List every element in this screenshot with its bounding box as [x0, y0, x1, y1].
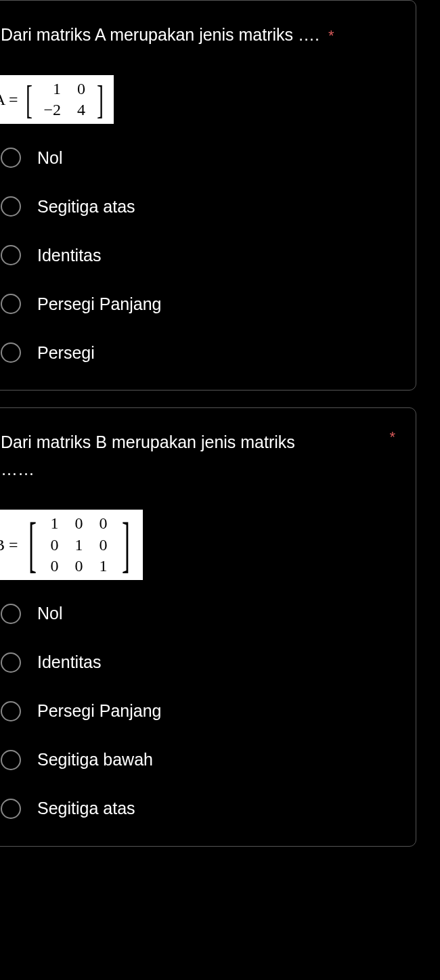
- matrix-cell: 0: [69, 79, 93, 99]
- matrix-cell: 0: [91, 535, 116, 556]
- matrix-b-body: 1 0 0 0 1 0 0 0 1: [43, 513, 116, 577]
- radio-icon: [1, 245, 21, 265]
- option-label: Nol: [37, 604, 63, 623]
- question-header: Dari matriks A merupakan jenis matriks ……: [1, 21, 402, 48]
- matrix-cell: 4: [69, 99, 93, 120]
- required-marker: *: [389, 428, 402, 446]
- option-identitas[interactable]: Identitas: [1, 245, 402, 265]
- matrix-cell: 0: [43, 535, 67, 556]
- option-label: Nol: [37, 148, 63, 168]
- options-group-2: Nol Identitas Persegi Panjang Segitiga b…: [1, 604, 402, 819]
- option-label: Segitiga bawah: [37, 750, 153, 770]
- matrix-a-body: 1 0 −2 4: [36, 79, 94, 120]
- radio-icon: [1, 652, 21, 673]
- options-group-1: Nol Segitiga atas Identitas Persegi Panj…: [1, 148, 402, 363]
- option-label: Segitiga atas: [37, 799, 135, 818]
- option-nol[interactable]: Nol: [1, 604, 402, 624]
- option-label: Persegi Panjang: [37, 701, 161, 721]
- matrix-cell: 1: [43, 513, 67, 534]
- radio-icon: [1, 750, 21, 770]
- required-marker: *: [328, 27, 334, 44]
- matrix-cell: 0: [67, 513, 91, 534]
- option-segitiga-atas[interactable]: Segitiga atas: [1, 799, 402, 819]
- radio-icon: [1, 701, 21, 721]
- question-text-content: Dari matriks A merupakan jenis matriks ……: [1, 25, 320, 44]
- option-label: Persegi: [37, 343, 95, 363]
- bracket-left-icon: [: [26, 81, 32, 118]
- option-label: Persegi Panjang: [37, 294, 161, 314]
- question-card-2: Dari matriks B merupakan jenis matriks ……: [0, 407, 416, 847]
- matrix-cell: 0: [67, 556, 91, 577]
- radio-icon: [1, 604, 21, 624]
- radio-icon: [1, 148, 21, 168]
- option-label: Identitas: [37, 246, 102, 265]
- bracket-right-icon: ]: [122, 519, 130, 571]
- bracket-left-icon: [: [28, 519, 37, 571]
- radio-icon: [1, 799, 21, 819]
- question-header: Dari matriks B merupakan jenis matriks ……: [1, 428, 402, 483]
- matrix-a-image: A = [ 1 0 −2 4 ]: [0, 75, 114, 124]
- matrix-cell: 0: [43, 556, 67, 577]
- radio-icon: [1, 196, 21, 217]
- matrix-label: B =: [0, 536, 18, 554]
- matrix-cell: 1: [67, 535, 91, 556]
- question-text: Dari matriks B merupakan jenis matriks ……: [1, 428, 299, 483]
- option-identitas[interactable]: Identitas: [1, 652, 402, 673]
- option-segitiga-atas[interactable]: Segitiga atas: [1, 196, 402, 217]
- option-nol[interactable]: Nol: [1, 148, 402, 168]
- option-persegi[interactable]: Persegi: [1, 342, 402, 363]
- matrix-cell: −2: [36, 99, 70, 120]
- option-persegi-panjang[interactable]: Persegi Panjang: [1, 294, 402, 314]
- matrix-cell: 1: [91, 556, 116, 577]
- option-label: Identitas: [37, 652, 102, 672]
- matrix-label: A =: [0, 91, 18, 109]
- radio-icon: [1, 294, 21, 314]
- bracket-right-icon: ]: [97, 81, 104, 118]
- matrix-cell: 1: [36, 79, 70, 99]
- question-text-content: Dari matriks B merupakan jenis matriks ……: [1, 432, 295, 478]
- radio-icon: [1, 342, 21, 363]
- option-persegi-panjang[interactable]: Persegi Panjang: [1, 701, 402, 721]
- matrix-cell: 0: [91, 513, 116, 534]
- option-segitiga-bawah[interactable]: Segitiga bawah: [1, 750, 402, 770]
- question-text: Dari matriks A merupakan jenis matriks ……: [1, 21, 402, 48]
- matrix-b-image: B = [ 1 0 0 0 1 0 0 0 1: [0, 510, 143, 580]
- question-card-1: Dari matriks A merupakan jenis matriks ……: [0, 0, 416, 391]
- option-label: Segitiga atas: [37, 197, 135, 217]
